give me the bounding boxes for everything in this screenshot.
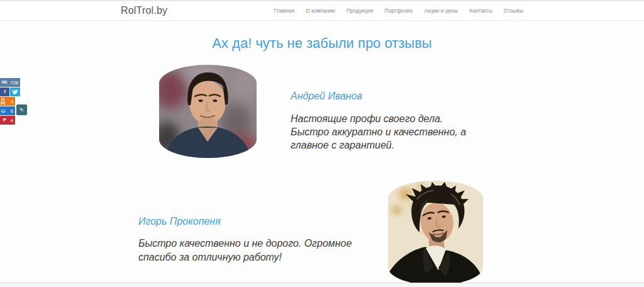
pinterest-share-button[interactable]: P 4 xyxy=(0,116,15,125)
nav-item-reviews[interactable]: Отзывы xyxy=(504,8,523,14)
twitter-bird-icon xyxy=(12,89,18,95)
testimonial-quote: Настоящие профи своего дела. Быстро акку… xyxy=(291,112,482,152)
share-settings-button[interactable]: ✎ xyxy=(16,104,27,115)
page-title: Ах да! чуть не забыли про отзывы xyxy=(0,35,644,52)
pinterest-share-count: 4 xyxy=(9,118,15,123)
facebook-icon: f xyxy=(0,87,9,96)
nav-item-products[interactable]: Продукция xyxy=(347,8,374,14)
testimonial-andrey: Андрей Иванов Настоящие профи своего дел… xyxy=(291,91,482,152)
facebook-share-button[interactable]: f xyxy=(0,87,9,96)
odnoklassniki-icon xyxy=(0,98,9,105)
vk-share-button[interactable]: VK 728 xyxy=(0,78,20,87)
share-bar: VK 728 f 3 6 P 4 ✎ xyxy=(0,78,29,126)
nav-item-contacts[interactable]: Контакты xyxy=(469,8,492,14)
testimonial-photo-igor xyxy=(388,181,483,285)
site-logo[interactable]: RolTrol.by xyxy=(121,5,167,16)
nav-item-home[interactable]: Главная xyxy=(274,8,294,14)
mailru-smiley-icon xyxy=(0,108,9,114)
testimonial-quote: Быстро качественно и не дорого. Огромное… xyxy=(138,237,357,264)
testimonial-author-name: Андрей Иванов xyxy=(291,91,482,102)
nav-item-about[interactable]: О компании xyxy=(306,8,335,14)
mailru-share-button[interactable]: 6 xyxy=(0,106,15,115)
testimonial-photo-andrey xyxy=(159,65,257,158)
pinterest-icon: P xyxy=(0,116,9,125)
header: RolTrol.by Главная О компании Продукция … xyxy=(0,0,644,21)
footer-divider xyxy=(0,283,644,283)
mailru-share-count: 6 xyxy=(9,108,15,114)
portrait-illustration-1 xyxy=(159,65,257,158)
header-inner: RolTrol.by Главная О компании Продукция … xyxy=(121,1,523,20)
odnoklassniki-share-button[interactable]: 3 xyxy=(0,97,15,106)
nav-item-prices[interactable]: Акции и цены xyxy=(425,8,458,14)
odnoklassniki-share-count: 3 xyxy=(9,99,15,104)
pencil-icon: ✎ xyxy=(19,107,25,113)
nav-item-portfolio[interactable]: Портфолио xyxy=(384,8,413,14)
testimonial-author-name: Игорь Прокопеня xyxy=(138,216,357,227)
vk-icon: VK xyxy=(0,78,9,87)
testimonial-igor: Игорь Прокопеня Быстро качественно и не … xyxy=(138,216,357,264)
portrait-illustration-2 xyxy=(388,181,483,285)
footer-strip xyxy=(0,283,644,287)
vk-share-count: 728 xyxy=(9,80,20,86)
main-nav: Главная О компании Продукция Портфолио А… xyxy=(274,8,523,14)
twitter-share-button[interactable] xyxy=(10,87,20,96)
